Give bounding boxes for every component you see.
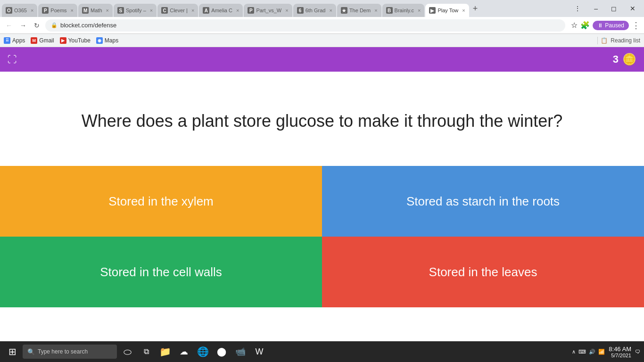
answer-b[interactable]: Stored as starch in the roots bbox=[322, 166, 644, 237]
extension-icon[interactable]: 🧩 bbox=[580, 21, 590, 30]
url-box[interactable]: 🔒 blocket.com/defense bbox=[45, 19, 565, 32]
refresh-button[interactable]: ↻ bbox=[32, 20, 41, 31]
taskbar-taskview[interactable]: ⧉ bbox=[138, 343, 155, 360]
restore-btn[interactable]: ◻ bbox=[604, 0, 623, 17]
tab-favicon-playtow: ▶ bbox=[429, 7, 436, 14]
tab-close-playtow[interactable]: × bbox=[462, 8, 465, 13]
forward-button[interactable]: → bbox=[18, 20, 28, 31]
tab-amelia[interactable]: A Amelia C × bbox=[199, 4, 243, 17]
tab-label-thedem: The Dem bbox=[349, 8, 371, 13]
answer-c[interactable]: Stored in the cell walls bbox=[0, 237, 322, 307]
game-content: ⛶ 3 🪙 Where does a plant store glucose t… bbox=[0, 47, 644, 341]
tab-favicon-thedem: ★ bbox=[341, 7, 347, 14]
back-button[interactable]: ← bbox=[4, 20, 14, 31]
tab-favicon-brainly: B bbox=[386, 7, 393, 14]
new-tab-button[interactable]: + bbox=[470, 4, 481, 14]
bookmark-gmail[interactable]: M Gmail bbox=[31, 37, 54, 44]
taskbar: ⊞ 🔍 ⬭ ⧉ 📁 ☁ 🌐 ⬤ 📹 W ∧ ⌨ 🔊 📶 8:46 AM 5/7/… bbox=[0, 341, 644, 362]
game-header: ⛶ 3 🪙 bbox=[0, 47, 644, 72]
tab-label-o365: O365 bbox=[14, 8, 27, 13]
question-text: Where does a plant store glucose to make… bbox=[82, 110, 563, 132]
bookmark-favicon-maps: ◉ bbox=[96, 37, 103, 44]
tab-label-6thgrade: 6th Grad bbox=[305, 8, 326, 13]
search-box[interactable]: 🔍 bbox=[23, 345, 117, 359]
coins-icon: 🪙 bbox=[622, 53, 636, 66]
tab-partvs[interactable]: P Part_vs_W × bbox=[244, 4, 292, 17]
fullscreen-icon[interactable]: ⛶ bbox=[8, 54, 17, 65]
tab-close-clever[interactable]: × bbox=[191, 8, 194, 13]
taskbar-time: 8:46 AM bbox=[609, 346, 631, 353]
tab-close-6thgrade[interactable]: × bbox=[329, 8, 332, 13]
tab-favicon-6thgrade: 6 bbox=[297, 7, 304, 14]
bookmark-label-gmail: Gmail bbox=[39, 37, 54, 44]
tab-brainly[interactable]: B Brainly.c × bbox=[382, 4, 425, 17]
tab-controls: ⋮ – ◻ ✕ bbox=[568, 0, 642, 17]
tab-math[interactable]: M Math × bbox=[78, 4, 113, 17]
taskbar-volume-icon[interactable]: 🔊 bbox=[589, 349, 595, 355]
taskbar-onedrive[interactable]: ☁ bbox=[175, 343, 192, 360]
bookmark-youtube[interactable]: ▶ YouTube bbox=[60, 37, 91, 44]
tab-label-playtow: Play Tow bbox=[438, 8, 458, 13]
taskbar-keyboard-icon[interactable]: ⌨ bbox=[578, 349, 586, 355]
tab-spotify[interactable]: S Spotify – × bbox=[114, 4, 157, 17]
bookmarks-right: 📋 Reading list bbox=[597, 37, 640, 44]
search-input[interactable] bbox=[38, 348, 108, 355]
tab-close-amelia[interactable]: × bbox=[236, 8, 239, 13]
tab-o365[interactable]: O O365 × bbox=[2, 4, 37, 17]
tab-favicon-o365: O bbox=[6, 7, 12, 14]
tab-favicon-clever: C bbox=[161, 7, 168, 14]
tab-favicon-poems: P bbox=[42, 7, 49, 14]
tab-thedem[interactable]: ★ The Dem × bbox=[337, 4, 381, 17]
tab-poems[interactable]: P Poems × bbox=[38, 4, 77, 17]
bookmark-icon[interactable]: ☆ bbox=[571, 21, 578, 30]
start-button[interactable]: ⊞ bbox=[4, 343, 21, 360]
tab-label-math: Math bbox=[91, 8, 102, 13]
bookmark-maps[interactable]: ◉ Maps bbox=[96, 37, 118, 44]
tab-close-thedem[interactable]: × bbox=[374, 8, 377, 13]
paused-icon: ⏸ bbox=[597, 22, 603, 29]
url-text: blocket.com/defense bbox=[60, 22, 116, 29]
taskbar-zoom[interactable]: 📹 bbox=[232, 343, 249, 360]
tab-close-spotify[interactable]: × bbox=[150, 8, 153, 13]
taskbar-system-icons: ∧ ⌨ 🔊 📶 bbox=[572, 349, 605, 355]
taskbar-right: ∧ ⌨ 🔊 📶 8:46 AM 5/7/2021 🗨 bbox=[572, 346, 640, 358]
tab-playtow[interactable]: ▶ Play Tow × bbox=[425, 4, 469, 17]
tab-close-o365[interactable]: × bbox=[31, 8, 33, 13]
taskbar-chrome[interactable]: ⬤ bbox=[213, 343, 230, 360]
taskbar-network-icon[interactable]: 📶 bbox=[598, 349, 605, 355]
tab-close-brainly[interactable]: × bbox=[418, 8, 421, 13]
tab-favicon-spotify: S bbox=[117, 7, 124, 14]
taskbar-up-arrow[interactable]: ∧ bbox=[572, 349, 576, 355]
taskbar-notification-icon[interactable]: 🗨 bbox=[635, 349, 640, 354]
menu-icon[interactable]: ⋮ bbox=[632, 20, 640, 31]
paused-button[interactable]: ⏸ Paused bbox=[593, 21, 629, 30]
settings-btn[interactable]: ⋮ bbox=[568, 0, 587, 17]
taskbar-edge[interactable]: 🌐 bbox=[194, 343, 211, 360]
tab-label-partvs: Part_vs_W bbox=[256, 8, 281, 13]
taskbar-clock[interactable]: 8:46 AM 5/7/2021 bbox=[609, 346, 631, 358]
minimize-btn[interactable]: – bbox=[587, 0, 604, 17]
browser-chrome: O O365 × P Poems × M Math × S Spotify – … bbox=[0, 0, 644, 47]
bookmark-label-maps: Maps bbox=[105, 37, 118, 44]
tab-6thgrade[interactable]: 6 6th Grad × bbox=[293, 4, 336, 17]
answer-d[interactable]: Stored in the leaves bbox=[322, 237, 644, 307]
tab-close-math[interactable]: × bbox=[106, 8, 109, 13]
tab-close-poems[interactable]: × bbox=[71, 8, 74, 13]
address-bar: ← → ↻ 🔒 blocket.com/defense ☆ 🧩 ⏸ Paused… bbox=[0, 17, 644, 34]
taskbar-cortana[interactable]: ⬭ bbox=[119, 343, 136, 360]
answer-a[interactable]: Stored in the xylem bbox=[0, 166, 322, 237]
bookmark-apps[interactable]: ⠿ Apps bbox=[4, 37, 25, 44]
taskbar-explorer[interactable]: 📁 bbox=[157, 343, 173, 360]
reading-list-label[interactable]: Reading list bbox=[611, 37, 640, 44]
tab-label-amelia: Amelia C bbox=[211, 8, 232, 13]
tab-favicon-amelia: A bbox=[203, 7, 209, 14]
close-btn[interactable]: ✕ bbox=[623, 0, 642, 17]
tab-clever[interactable]: C Clever | × bbox=[157, 4, 198, 17]
tab-label-spotify: Spotify – bbox=[126, 8, 146, 13]
taskbar-date: 5/7/2021 bbox=[609, 353, 631, 358]
taskbar-word[interactable]: W bbox=[251, 343, 268, 360]
tab-favicon-math: M bbox=[82, 7, 89, 14]
tab-bar: O O365 × P Poems × M Math × S Spotify – … bbox=[0, 0, 644, 17]
tab-close-partvs[interactable]: × bbox=[285, 8, 288, 13]
reading-list-icon: 📋 bbox=[601, 37, 608, 44]
